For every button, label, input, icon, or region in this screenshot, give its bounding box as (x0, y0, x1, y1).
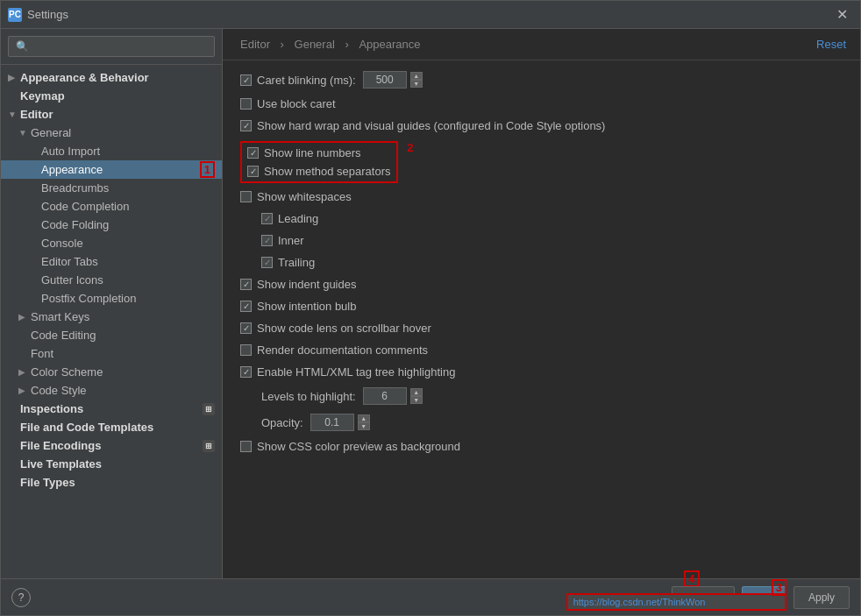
sidebar-item-breadcrumbs[interactable]: Breadcrumbs (1, 179, 222, 197)
caret-blinking-up[interactable]: ▲ (410, 72, 423, 80)
caret-blinking-checkbox[interactable] (240, 74, 252, 86)
levels-up[interactable]: ▲ (410, 388, 423, 396)
show-intention-wrap: Show intention bulb (240, 300, 356, 313)
sidebar-item-label: Editor (20, 108, 53, 121)
show-hard-wrap-wrap: Show hard wrap and visual guides (config… (240, 119, 605, 132)
sidebar-item-label: Code Completion (41, 200, 129, 213)
leading-label: Leading (278, 212, 318, 225)
sidebar-item-label: Color Scheme (31, 365, 103, 379)
show-method-sep-wrap: Show method separators (247, 165, 391, 178)
levels-input-wrap: ▲ ▼ (363, 387, 423, 405)
apply-button[interactable]: Apply (793, 586, 850, 609)
sidebar-item-label: Code Style (31, 384, 87, 397)
inspections-badge: ⊞ (203, 403, 215, 415)
tree: Appearance & Behavior Keymap Editor Gene… (1, 65, 222, 578)
sidebar-item-code-editing[interactable]: Code Editing (1, 326, 222, 344)
trailing-wrap: Trailing (261, 256, 315, 269)
levels-down[interactable]: ▼ (410, 396, 423, 404)
show-whitespaces-label: Show whitespaces (257, 190, 352, 203)
show-whitespaces-row: Show whitespaces (240, 190, 843, 203)
sidebar-item-file-code-templates[interactable]: File and Code Templates (1, 418, 222, 436)
arrow-icon (18, 386, 29, 395)
use-block-caret-checkbox[interactable] (240, 98, 252, 110)
show-hard-wrap-row: Show hard wrap and visual guides (config… (240, 119, 843, 132)
caret-blinking-checkbox-wrap: Caret blinking (ms): (240, 74, 356, 87)
sidebar-item-postfix-completion[interactable]: Postfix Completion (1, 289, 222, 308)
annotation-2: 2 (407, 141, 413, 154)
show-line-numbers-checkbox[interactable] (247, 147, 259, 159)
arrow-icon (18, 128, 29, 138)
window-title: Settings (27, 8, 831, 21)
show-hard-wrap-checkbox[interactable] (240, 120, 252, 131)
show-intention-row: Show intention bulb (240, 300, 843, 313)
sidebar-item-label: Auto Import (41, 145, 100, 158)
sidebar-item-label: Postfix Completion (41, 292, 136, 305)
show-whitespaces-checkbox[interactable] (240, 191, 252, 202)
leading-checkbox[interactable] (261, 213, 273, 224)
sidebar-item-file-types[interactable]: File Types (1, 473, 222, 492)
breadcrumb-separator: › (281, 38, 288, 51)
inner-checkbox[interactable] (261, 235, 273, 246)
sidebar-item-label: Keymap (20, 89, 65, 103)
sidebar-item-code-completion[interactable]: Code Completion (1, 197, 222, 216)
show-intention-checkbox[interactable] (240, 301, 252, 312)
enable-html-checkbox[interactable] (240, 366, 252, 378)
annotation-3: 3 (772, 579, 786, 596)
url-text: https://blog.csdn.net/ThinkWon (573, 597, 706, 607)
sidebar-item-appearance-behavior[interactable]: Appearance & Behavior (1, 68, 222, 87)
close-button[interactable]: ✕ (831, 4, 853, 25)
render-docs-checkbox[interactable] (240, 344, 252, 356)
settings-content: Caret blinking (ms): ▲ ▼ Use block c (223, 60, 860, 578)
help-button[interactable]: ? (11, 588, 31, 607)
sidebar-item-label: Inspections (20, 402, 83, 415)
show-line-numbers-label: Show line numbers (264, 146, 361, 159)
search-input[interactable] (8, 36, 215, 57)
sidebar-item-code-folding[interactable]: Code Folding (1, 216, 222, 234)
sidebar-item-code-style[interactable]: Code Style (1, 381, 222, 400)
show-css-checkbox[interactable] (240, 441, 252, 452)
sidebar-item-live-templates[interactable]: Live Templates (1, 455, 222, 473)
opacity-up[interactable]: ▲ (358, 414, 370, 422)
sidebar-item-appearance[interactable]: Appearance 1 (1, 160, 222, 179)
sidebar-item-editor[interactable]: Editor (1, 105, 222, 124)
show-method-sep-checkbox[interactable] (247, 166, 259, 177)
sidebar-item-label: Code Folding (41, 218, 109, 231)
reset-button[interactable]: Reset (816, 38, 846, 51)
url-overlay: https://blog.csdn.net/ThinkWon 3 (566, 593, 786, 611)
sidebar-item-auto-import[interactable]: Auto Import (1, 142, 222, 160)
opacity-input[interactable] (310, 414, 354, 431)
sidebar-item-label: Editor Tabs (41, 255, 98, 268)
levels-label: Levels to highlight: (261, 390, 356, 403)
search-box (1, 29, 222, 65)
sidebar-item-console[interactable]: Console (1, 234, 222, 252)
caret-blinking-label: Caret blinking (ms): (257, 74, 356, 87)
arrow-icon (18, 367, 29, 377)
sidebar-item-label: Smart Keys (31, 310, 89, 323)
use-block-caret-wrap: Use block caret (240, 97, 336, 110)
inner-row: Inner (240, 234, 843, 247)
sidebar-item-general[interactable]: General (1, 124, 222, 142)
show-css-row: Show CSS color preview as background (240, 440, 843, 453)
caret-blinking-down[interactable]: ▼ (410, 80, 423, 88)
trailing-checkbox[interactable] (261, 257, 273, 268)
sidebar-item-inspections[interactable]: Inspections ⊞ (1, 400, 222, 418)
show-indent-checkbox[interactable] (240, 279, 252, 290)
sidebar-item-color-scheme[interactable]: Color Scheme (1, 363, 222, 381)
opacity-down[interactable]: ▼ (358, 422, 370, 430)
sidebar-item-smart-keys[interactable]: Smart Keys (1, 308, 222, 326)
sidebar-item-font[interactable]: Font (1, 344, 222, 363)
sidebar-item-editor-tabs[interactable]: Editor Tabs (1, 252, 222, 271)
trailing-label: Trailing (278, 256, 315, 269)
annotation-4: 4 (684, 570, 699, 587)
show-code-lens-checkbox[interactable] (240, 322, 252, 334)
render-docs-wrap: Render documentation comments (240, 343, 428, 357)
show-code-lens-wrap: Show code lens on scrollbar hover (240, 322, 431, 335)
sidebar-item-keymap[interactable]: Keymap (1, 87, 222, 105)
breadcrumb-part-1: Editor (240, 38, 270, 51)
caret-blinking-input[interactable] (363, 71, 407, 89)
enable-html-row: Enable HTML/XML tag tree highlighting (240, 365, 843, 379)
sidebar-item-label: Live Templates (20, 457, 102, 471)
levels-input[interactable] (363, 387, 407, 405)
sidebar-item-file-encodings[interactable]: File Encodings ⊞ (1, 436, 222, 455)
sidebar-item-gutter-icons[interactable]: Gutter Icons (1, 271, 222, 289)
